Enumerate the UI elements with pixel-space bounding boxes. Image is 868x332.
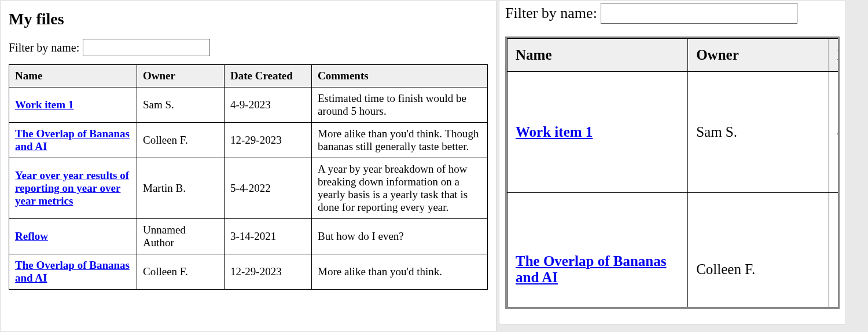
col-date: Date Created	[829, 39, 840, 72]
date-cell: 4-9-2023	[829, 72, 840, 193]
table-row: The Overlap of Bananas and AI Colleen F.…	[507, 193, 840, 309]
date-cell: 12-29-2023	[829, 193, 840, 309]
comments-cell: Estimated time to finish would be around…	[312, 87, 488, 123]
date-cell: 12-29-2023	[225, 123, 312, 158]
owner-cell: Sam S.	[688, 72, 829, 193]
files-table: Name Owner Date Created Comments Work it…	[9, 64, 488, 290]
filter-label-right: Filter by name:	[505, 5, 597, 22]
file-link[interactable]: The Overlap of Bananas and AI	[15, 259, 130, 284]
table-row: The Overlap of Bananas and AI Colleen F.…	[9, 254, 488, 290]
table-row: Work item 1 Sam S. 4-9-2023 Estimated ti…	[507, 72, 840, 193]
col-name: Name	[507, 39, 688, 72]
comments-cell: A year by year breakdown of how breaking…	[312, 158, 488, 219]
owner-cell: Colleen F.	[137, 123, 225, 158]
date-cell: 5-4-2022	[225, 158, 312, 219]
table-row: The Overlap of Bananas and AI Colleen F.…	[9, 123, 488, 158]
files-table-scroll[interactable]: Name Owner Date Created Comments Work it…	[505, 37, 840, 309]
owner-cell: Unnamed Author	[137, 219, 225, 254]
right-pane: Filter by name: Name Owner Date Created …	[499, 0, 846, 324]
col-date: Date Created	[225, 65, 312, 87]
comments-cell: More alike than you'd think. Though bana…	[312, 123, 488, 158]
table-row: Reflow Unnamed Author 3-14-2021 But how …	[9, 219, 488, 254]
file-link[interactable]: Work item 1	[15, 98, 73, 111]
owner-cell: Sam S.	[137, 87, 225, 123]
owner-cell: Martin B.	[137, 158, 225, 219]
table-header-row: Name Owner Date Created Comments	[507, 39, 840, 72]
left-pane: My files Filter by name: Name Owner Date…	[0, 0, 496, 332]
table-row: Work item 1 Sam S. 4-9-2023 Estimated ti…	[9, 87, 488, 123]
comments-cell: More alike than you'd think.	[312, 254, 488, 290]
col-name: Name	[9, 65, 137, 87]
file-link[interactable]: Reflow	[15, 230, 48, 242]
filter-input[interactable]	[83, 39, 210, 56]
files-table-large: Name Owner Date Created Comments Work it…	[507, 38, 840, 309]
filter-label: Filter by name:	[9, 41, 79, 54]
right-pane-outer[interactable]: Filter by name: Name Owner Date Created …	[496, 0, 868, 332]
file-link[interactable]: The Overlap of Bananas and AI	[15, 127, 130, 152]
col-owner: Owner	[688, 39, 829, 72]
table-row: Year over year results of reporting on y…	[9, 158, 488, 219]
col-owner: Owner	[137, 65, 225, 87]
col-comments: Comments	[312, 65, 488, 87]
table-header-row: Name Owner Date Created Comments	[9, 65, 488, 87]
owner-cell: Colleen F.	[688, 193, 829, 309]
date-cell: 4-9-2023	[225, 87, 312, 123]
date-cell: 3-14-2021	[225, 219, 312, 254]
filter-row-right: Filter by name:	[505, 3, 840, 24]
file-link[interactable]: The Overlap of Bananas and AI	[516, 253, 666, 285]
file-link[interactable]: Year over year results of reporting on y…	[15, 169, 129, 207]
filter-input-right[interactable]	[601, 3, 797, 24]
date-cell: 12-29-2023	[225, 254, 312, 290]
page-title: My files	[9, 10, 488, 28]
filter-row: Filter by name:	[9, 39, 488, 56]
comments-cell: But how do I even?	[312, 219, 488, 254]
file-link[interactable]: Work item 1	[516, 124, 593, 140]
owner-cell: Colleen F.	[137, 254, 225, 290]
